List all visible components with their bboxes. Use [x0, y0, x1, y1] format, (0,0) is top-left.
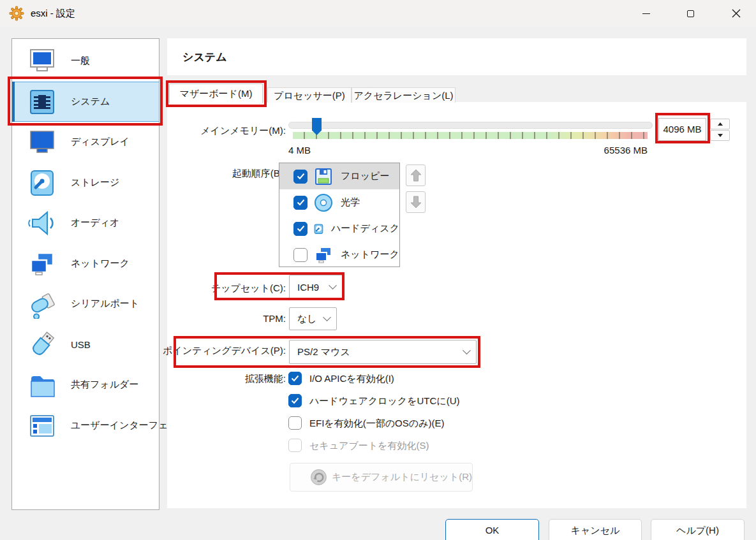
sidebar-item-label: ネットワーク [71, 258, 130, 270]
chipset-value: ICH9 [297, 282, 330, 293]
boot-item-label: 光学 [341, 196, 360, 208]
maximize-icon [687, 10, 694, 17]
sidebar-item-user-interface[interactable]: ユーザーインターフェース [12, 405, 159, 446]
boot-move-up-button[interactable] [406, 164, 426, 186]
help-button[interactable]: ヘルプ(H) [651, 519, 745, 540]
sidebar-item-shared-folders[interactable]: 共有フォルダー [12, 365, 159, 405]
secure-boot-checkbox [288, 439, 302, 452]
sidebar-item-audio[interactable]: オーディオ [12, 203, 159, 243]
hard-disk-icon [313, 219, 324, 239]
check-icon [291, 397, 299, 404]
serial-port-icon [27, 289, 57, 319]
boot-item-label: フロッピー [341, 170, 389, 182]
storage-icon [27, 168, 57, 198]
window-title: esxi - 設定 [31, 8, 75, 20]
tab-acceleration[interactable]: アクセラレーション(L) [352, 87, 456, 103]
optical-disc-icon [313, 193, 334, 213]
utc-clock-checkbox[interactable] [288, 394, 302, 407]
boot-item-label: ハードディスク [331, 223, 399, 235]
memory-min-label: 4 MB [288, 145, 311, 156]
pointing-device-label: ポインティングデバイス(P): [159, 345, 286, 357]
tpm-value: なし [297, 313, 324, 325]
tab-processor[interactable]: プロセッサー(P) [267, 87, 352, 103]
memory-decrement-button[interactable] [710, 130, 730, 141]
boot-order-label: 起動順序(B): [191, 168, 286, 180]
extended-features-label: 拡張機能: [211, 373, 286, 385]
tpm-label: TPM: [191, 313, 286, 324]
sidebar-item-usb[interactable]: USB [12, 325, 159, 365]
sidebar-item-label: オーディオ [71, 217, 119, 229]
boot-item-optical[interactable]: 光学 [279, 189, 399, 215]
close-icon [732, 9, 741, 18]
spin-up-icon [718, 122, 723, 126]
sidebar-item-network[interactable]: ネットワーク [12, 244, 159, 284]
boot-item-hard-disk[interactable]: ハードディスク [279, 215, 399, 242]
sidebar-item-label: シリアルポート [71, 298, 139, 310]
ok-button[interactable]: OK [445, 519, 539, 540]
io-apic-label: I/O APICを有効化(I) [309, 373, 394, 385]
chevron-down-icon [329, 281, 337, 289]
settings-gear-icon [9, 6, 24, 21]
sidebar-item-label: システム [71, 96, 110, 108]
chipset-select[interactable]: ICH9 [289, 275, 343, 299]
memory-slider[interactable] [288, 122, 653, 129]
network-icon [27, 249, 57, 279]
boot-item-network[interactable]: ネットワーク [279, 242, 399, 268]
memory-increment-button[interactable] [710, 119, 730, 129]
network-boot-icon [313, 245, 334, 265]
pointing-device-value: PS/2 マウス [297, 346, 464, 358]
sidebar-item-serial-ports[interactable]: シリアルポート [12, 284, 159, 324]
sidebar-item-label: ディスプレイ [71, 136, 130, 148]
efi-checkbox[interactable] [288, 416, 302, 430]
settings-sidebar: 一般 システム ディスプレイ [11, 38, 159, 510]
base-memory-label: メインメモリー(M): [161, 125, 286, 137]
page-header: システム [167, 38, 746, 75]
check-icon [297, 199, 305, 206]
reset-icon [310, 467, 327, 487]
reset-keys-label: キーをデフォルトにリセット(R) [332, 471, 472, 483]
shared-folders-icon [27, 370, 57, 400]
tab-motherboard[interactable]: マザーボード(M) [169, 84, 263, 103]
reset-keys-button: キーをデフォルトにリセット(R) [290, 463, 473, 492]
sidebar-item-storage[interactable]: ストレージ [12, 163, 159, 203]
check-icon [297, 225, 305, 232]
memory-max-label: 65536 MB [577, 145, 648, 156]
maximize-button[interactable] [676, 0, 705, 27]
memory-value-input[interactable]: 4096 MB [658, 118, 706, 141]
efi-label: EFIを有効化(一部のOSのみ)(E) [309, 418, 444, 430]
sidebar-item-general[interactable]: 一般 [12, 41, 159, 81]
utc-clock-label: ハードウェアクロックをUTCに(U) [309, 395, 460, 407]
memory-slider-scale [293, 132, 648, 139]
chevron-down-icon [463, 346, 471, 354]
motherboard-tab-panel [167, 102, 746, 508]
hard-disk-checkbox[interactable] [293, 222, 308, 236]
chevron-down-icon [323, 313, 331, 321]
network-checkbox[interactable] [293, 248, 308, 262]
sidebar-item-label: 共有フォルダー [71, 379, 138, 391]
boot-item-floppy[interactable]: フロッピー [279, 163, 399, 189]
boot-move-down-button[interactable] [406, 191, 426, 213]
sidebar-item-label: ストレージ [71, 177, 119, 189]
check-icon [291, 375, 299, 382]
secure-boot-label: セキュアブートを有効化(S) [309, 440, 429, 452]
boot-order-list: フロッピー 光学 ハードディスク [279, 163, 400, 267]
system-icon [27, 87, 57, 117]
sidebar-item-display[interactable]: ディスプレイ [12, 122, 159, 162]
floppy-icon [313, 166, 334, 187]
floppy-checkbox[interactable] [293, 170, 308, 184]
page-title: システム [182, 50, 227, 64]
io-apic-checkbox[interactable] [288, 372, 302, 385]
tpm-select[interactable]: なし [289, 307, 337, 330]
general-icon [27, 47, 57, 76]
spin-down-icon [718, 134, 723, 137]
sidebar-item-system[interactable]: システム [12, 82, 159, 122]
cancel-button[interactable]: キャンセル [549, 519, 642, 540]
usb-icon [27, 330, 57, 360]
pointing-device-select[interactable]: PS/2 マウス [289, 340, 477, 364]
optical-checkbox[interactable] [293, 196, 308, 210]
arrow-down-icon [410, 195, 422, 209]
close-button[interactable] [722, 0, 751, 27]
minimize-button[interactable] [632, 0, 661, 27]
memory-spinner [710, 119, 730, 141]
check-icon [297, 173, 305, 180]
